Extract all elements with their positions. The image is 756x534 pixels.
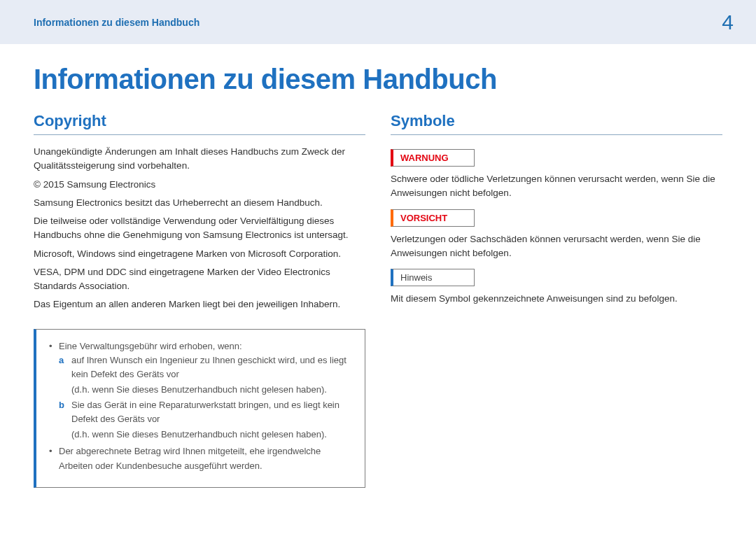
info-sub-a-note: (d.h. wenn Sie dieses Benutzerhandbuch n… (59, 383, 352, 397)
columns: Copyright Unangekündigte Änderungen am I… (34, 112, 722, 488)
info-sub-b-note: (d.h. wenn Sie dieses Benutzerhandbuch n… (59, 428, 352, 442)
copyright-p1: Unangekündigte Änderungen am Inhalt dies… (34, 145, 365, 174)
page-title: Informationen zu diesem Handbuch (34, 64, 722, 95)
col-left: Copyright Unangekündigte Änderungen am I… (34, 112, 365, 488)
copyright-p7: Das Eigentum an allen anderen Marken lie… (34, 297, 365, 311)
marker-a: a (59, 353, 64, 367)
copyright-p4: Die teilweise oder vollständige Verwendu… (34, 214, 365, 243)
info-sub-a-text: auf Ihren Wunsch ein Ingenieur zu Ihnen … (71, 355, 346, 379)
label-vorsicht: VORSICHT (391, 209, 475, 227)
copyright-p2: © 2015 Samsung Electronics (34, 178, 365, 192)
copyright-p5: Microsoft, Windows sind eingetragene Mar… (34, 247, 365, 261)
col-right: Symbole WARNUNG Schwere oder tödliche Ve… (391, 112, 722, 488)
info-sub-a: a auf Ihren Wunsch ein Ingenieur zu Ihne… (59, 353, 352, 381)
page-number: 4 (722, 10, 734, 34)
heading-symbole: Symbole (391, 112, 722, 135)
info-bullet-1-text: Eine Verwaltungsgebühr wird erhoben, wen… (59, 341, 242, 351)
copyright-p6: VESA, DPM und DDC sind eingetragene Mark… (34, 265, 365, 294)
breadcrumb: Informationen zu diesem Handbuch (34, 17, 200, 28)
marker-b: b (59, 398, 64, 412)
label-hinweis: Hinweis (391, 269, 475, 286)
info-sub-b: b Sie das Gerät in eine Reparaturwerksta… (59, 398, 352, 426)
content-area: Informationen zu diesem Handbuch Copyrig… (0, 44, 756, 488)
hinweis-text: Mit diesem Symbol gekennzeichnete Anweis… (391, 292, 722, 306)
info-bullet-2: Der abgerechnete Betrag wird Ihnen mitge… (49, 444, 352, 472)
vorsicht-text: Verletzungen oder Sachschäden können ver… (391, 232, 722, 261)
copyright-p3: Samsung Electronics besitzt das Urheberr… (34, 196, 365, 210)
label-warnung: WARNUNG (391, 149, 475, 167)
info-bullet-2-text: Der abgerechnete Betrag wird Ihnen mitge… (59, 446, 321, 470)
header-bar: Informationen zu diesem Handbuch 4 (0, 0, 756, 44)
info-box: Eine Verwaltungsgebühr wird erhoben, wen… (34, 329, 365, 488)
heading-copyright: Copyright (34, 112, 365, 135)
info-bullet-1: Eine Verwaltungsgebühr wird erhoben, wen… (49, 339, 352, 442)
warnung-text: Schwere oder tödliche Verletzungen könne… (391, 172, 722, 201)
info-sub-b-text: Sie das Gerät in eine Reparaturwerkstatt… (71, 400, 340, 424)
